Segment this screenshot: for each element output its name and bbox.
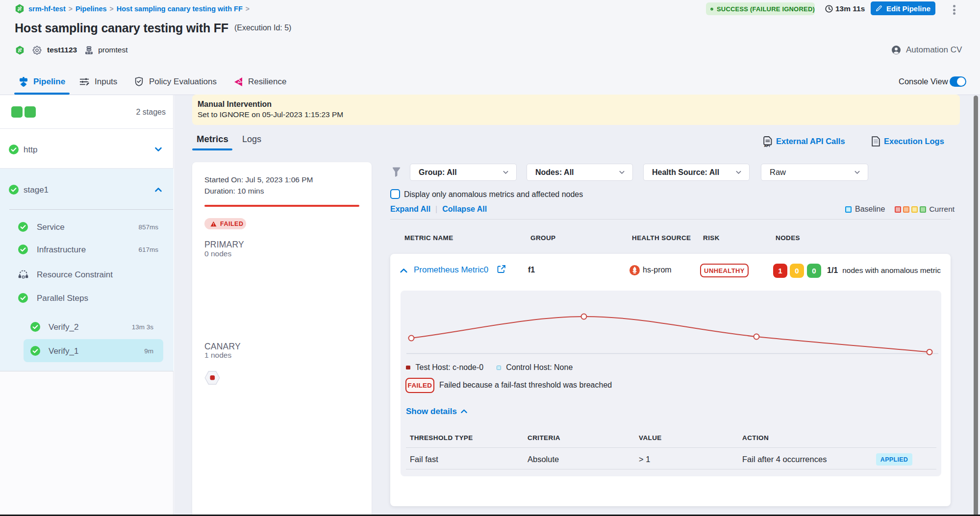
svg-text:API: API [764, 143, 770, 147]
